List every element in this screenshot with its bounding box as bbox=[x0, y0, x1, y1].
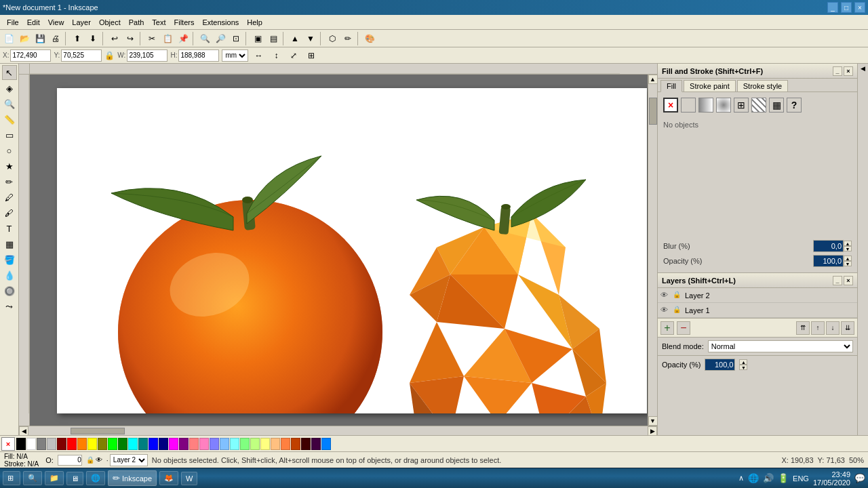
layer-opacity-input[interactable] bbox=[705, 359, 735, 371]
fill-mesh-btn[interactable]: ⊞ bbox=[734, 98, 749, 113]
fill-swatch-btn[interactable]: ▦ bbox=[769, 98, 784, 113]
palette-color[interactable] bbox=[321, 438, 331, 450]
paint-bucket-tool[interactable]: 🪣 bbox=[2, 252, 17, 267]
minimize-button[interactable]: _ bbox=[827, 2, 838, 13]
pencil-tool[interactable]: ✏ bbox=[2, 174, 17, 189]
palette-color[interactable] bbox=[37, 438, 46, 450]
redo-button[interactable]: ↪ bbox=[123, 31, 138, 46]
browser-button[interactable]: 🌐 bbox=[86, 471, 105, 485]
undo-button[interactable]: ↩ bbox=[107, 31, 122, 46]
lock-icon[interactable]: 🔒 bbox=[104, 51, 115, 60]
palette-color[interactable] bbox=[149, 438, 158, 450]
palette-color[interactable] bbox=[118, 438, 127, 450]
tray-notification-btn[interactable]: 💬 bbox=[854, 473, 865, 484]
horizontal-scrollbar[interactable]: ◀ ▶ bbox=[19, 426, 657, 435]
blur-down-btn[interactable]: ▼ bbox=[844, 246, 852, 251]
vscroll-down[interactable]: ▼ bbox=[648, 416, 658, 426]
canvas-scroll[interactable]: ▲ ▼ bbox=[30, 75, 657, 426]
palette-color[interactable] bbox=[128, 438, 138, 450]
menu-text[interactable]: Text bbox=[148, 17, 170, 28]
transform-y-btn[interactable]: ↕ bbox=[269, 48, 283, 63]
hscroll-right[interactable]: ▶ bbox=[648, 426, 657, 436]
opacity-status-input[interactable] bbox=[58, 455, 82, 466]
palette-color[interactable] bbox=[47, 438, 56, 450]
save-button[interactable]: 💾 bbox=[33, 31, 47, 46]
palette-color[interactable] bbox=[230, 438, 239, 450]
tray-volume-icon[interactable]: 🔊 bbox=[763, 473, 774, 484]
callig-tool[interactable]: 🖋 bbox=[2, 205, 17, 220]
menu-edit[interactable]: Edit bbox=[23, 17, 44, 28]
w-input[interactable] bbox=[127, 49, 167, 62]
opacity-down-btn[interactable]: ▼ bbox=[844, 261, 852, 266]
export-button[interactable]: ⬇ bbox=[85, 31, 100, 46]
palette-color[interactable] bbox=[169, 438, 178, 450]
palette-color[interactable] bbox=[77, 438, 87, 450]
layers-minimize-btn[interactable]: _ bbox=[833, 276, 842, 285]
tray-clock[interactable]: 23:49 17/05/2020 bbox=[813, 470, 850, 487]
palette-color[interactable] bbox=[67, 438, 77, 450]
search-button[interactable]: 🔍 bbox=[23, 471, 42, 485]
group-button[interactable]: ▣ bbox=[250, 31, 265, 46]
fill-unknown-btn[interactable]: ? bbox=[787, 98, 802, 113]
blur-up-btn[interactable]: ▲ bbox=[844, 241, 852, 246]
copy-button[interactable]: 📋 bbox=[160, 31, 175, 46]
palette-color[interactable] bbox=[250, 438, 260, 450]
layer2-lock-icon[interactable]: 🔒 bbox=[673, 291, 682, 300]
zoom-tool[interactable]: 🔍 bbox=[2, 96, 17, 111]
rect-tool[interactable]: ▭ bbox=[2, 127, 17, 142]
tray-show-hidden[interactable]: ∧ bbox=[738, 474, 744, 483]
menu-file[interactable]: File bbox=[3, 17, 23, 28]
y-input[interactable] bbox=[61, 49, 102, 62]
palette-color[interactable] bbox=[220, 438, 229, 450]
palette-color[interactable] bbox=[291, 438, 300, 450]
transform-btn[interactable]: ⊞ bbox=[304, 48, 319, 63]
transform-x-btn[interactable]: ↔ bbox=[251, 48, 266, 63]
palette-color[interactable] bbox=[98, 438, 107, 450]
opacity-input[interactable] bbox=[813, 255, 844, 267]
palette-color[interactable] bbox=[240, 438, 250, 450]
new-button[interactable]: 📄 bbox=[1, 31, 16, 46]
transform-xy-btn[interactable]: ⤢ bbox=[286, 48, 301, 63]
hscroll-thumb[interactable] bbox=[71, 428, 125, 434]
palette-color[interactable] bbox=[57, 438, 66, 450]
text-tool[interactable]: T bbox=[2, 221, 17, 236]
print-button[interactable]: 🖨 bbox=[48, 31, 63, 46]
import-button[interactable]: ⬆ bbox=[70, 31, 85, 46]
fill-radial-btn[interactable] bbox=[716, 98, 731, 113]
star-tool[interactable]: ★ bbox=[2, 159, 17, 174]
blend-select[interactable]: Normal Multiply Screen Overlay bbox=[708, 340, 853, 352]
spray-tool[interactable]: 🔘 bbox=[2, 283, 17, 298]
drawing-canvas[interactable] bbox=[57, 88, 647, 413]
layer-opacity-up-btn[interactable]: ▲ bbox=[739, 359, 747, 365]
zoom-in-button[interactable]: 🔍 bbox=[197, 31, 212, 46]
pc-button[interactable]: 🖥 bbox=[66, 472, 83, 485]
layer-lower-to-bottom-btn[interactable]: ⇊ bbox=[841, 321, 854, 335]
vscroll-thumb[interactable] bbox=[649, 98, 657, 125]
layer1-eye-icon[interactable]: 👁 bbox=[660, 306, 670, 315]
layer-raise-btn[interactable]: ↑ bbox=[811, 321, 825, 335]
palette-color[interactable] bbox=[26, 438, 36, 450]
tray-network-icon[interactable]: 🌐 bbox=[748, 473, 759, 484]
palette-color[interactable] bbox=[311, 438, 321, 450]
fill-none-btn[interactable]: × bbox=[663, 98, 678, 113]
h-input[interactable] bbox=[178, 49, 219, 62]
tray-lang[interactable]: ENG bbox=[793, 474, 809, 483]
x-input[interactable] bbox=[10, 49, 51, 62]
vscroll-up[interactable]: ▲ bbox=[648, 75, 658, 84]
layers-close-btn[interactable]: × bbox=[844, 276, 853, 285]
opacity-up-btn[interactable]: ▲ bbox=[844, 256, 852, 261]
palette-color[interactable] bbox=[271, 438, 280, 450]
palette-none-btn[interactable]: × bbox=[1, 437, 15, 451]
layer2-eye-icon[interactable]: 👁 bbox=[660, 291, 670, 300]
word-button[interactable]: W bbox=[181, 472, 197, 485]
palette-color[interactable] bbox=[281, 438, 290, 450]
zoom-out-button[interactable]: 🔎 bbox=[213, 31, 228, 46]
path-editor[interactable]: ✏ bbox=[340, 31, 355, 46]
menu-path[interactable]: Path bbox=[125, 17, 149, 28]
menu-help[interactable]: Help bbox=[243, 17, 267, 28]
add-layer-btn[interactable]: + bbox=[660, 321, 674, 335]
tab-stroke-style[interactable]: Stroke style bbox=[737, 80, 788, 92]
menu-view[interactable]: View bbox=[44, 17, 68, 28]
cut-button[interactable]: ✂ bbox=[144, 31, 159, 46]
pen-tool[interactable]: 🖊 bbox=[2, 190, 17, 205]
